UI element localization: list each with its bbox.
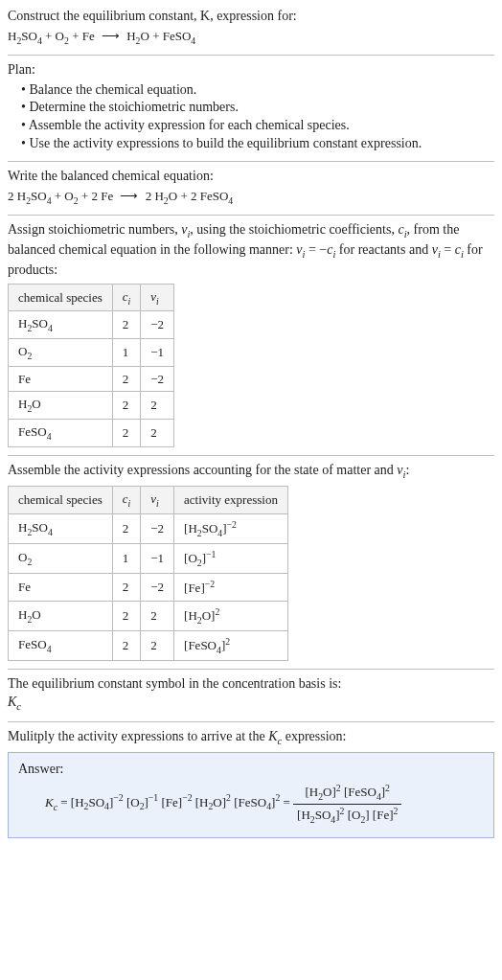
result-numerator: [H2O]2 [FeSO4]2	[293, 782, 401, 804]
balanced-heading: Write the balanced chemical equation:	[8, 168, 494, 186]
cell-v: −2	[141, 513, 174, 543]
cell-v: −2	[141, 311, 174, 339]
col-species: chemical species	[9, 486, 113, 513]
cell-v: −2	[141, 366, 174, 392]
cell-species: FeSO4	[9, 630, 113, 660]
cell-species: O2	[9, 543, 113, 573]
cell-species: H2O	[9, 392, 113, 420]
cell-v: 2	[141, 392, 174, 420]
cell-expr: [Fe]−2	[174, 573, 288, 601]
cell-c: 2	[112, 630, 141, 660]
divider	[8, 161, 494, 162]
plan-list: Balance the chemical equation. Determine…	[8, 81, 494, 154]
plan-item: Balance the chemical equation.	[21, 81, 494, 100]
result-fraction: [H2O]2 [FeSO4]2 [H2SO4]2 [O2] [Fe]2	[293, 782, 401, 825]
result-line: Mulitply the activity expressions to arr…	[8, 728, 494, 748]
prompt-text: Construct the equilibrium constant, K, e…	[8, 9, 297, 23]
cell-c: 2	[112, 601, 141, 630]
cell-v: 2	[141, 601, 174, 630]
cell-v: −2	[141, 573, 174, 601]
cell-c: 1	[112, 339, 141, 367]
divider	[8, 55, 494, 56]
col-c: ci	[112, 486, 141, 513]
cell-species: H2SO4	[9, 513, 113, 543]
col-v: νi	[141, 486, 174, 513]
cell-v: 2	[141, 630, 174, 660]
cell-expr: [H2O]2	[174, 601, 288, 630]
table-row: FeSO4 2 2 [FeSO4]2	[9, 630, 288, 660]
prompt-line: Construct the equilibrium constant, K, e…	[8, 8, 494, 26]
table-row: H2O 2 2	[9, 392, 174, 420]
col-species: chemical species	[9, 284, 113, 311]
cell-c: 2	[112, 573, 141, 601]
page: Construct the equilibrium constant, K, e…	[0, 0, 502, 852]
divider	[8, 455, 494, 456]
table-row: O2 1 −1	[9, 339, 174, 367]
cell-species: O2	[9, 339, 113, 367]
table-row: H2SO4 2 −2	[9, 311, 174, 339]
cell-c: 2	[112, 366, 141, 392]
cell-v: −1	[141, 543, 174, 573]
cell-species: Fe	[9, 366, 113, 392]
table-header-row: chemical species ci νi	[9, 284, 174, 311]
plan-item: Use the activity expressions to build th…	[21, 135, 494, 153]
table-row: H2SO4 2 −2 [H2SO4]−2	[9, 513, 288, 543]
cell-c: 2	[112, 420, 141, 447]
cell-species: Fe	[9, 573, 113, 601]
prompt-equation: H2SO4 + O2 + Fe ⟶ H2O + FeSO4	[8, 28, 494, 47]
plan-item: Determine the stoichiometric numbers.	[21, 99, 494, 117]
cell-expr: [H2SO4]−2	[174, 513, 288, 543]
col-v: νi	[141, 284, 174, 311]
balanced-equation: 2 H2SO4 + O2 + 2 Fe ⟶ 2 H2O + 2 FeSO4	[8, 188, 494, 207]
plan-heading: Plan:	[8, 61, 494, 80]
table-row: Fe 2 −2 [Fe]−2	[9, 573, 288, 601]
activity-table: chemical species ci νi activity expressi…	[8, 486, 288, 661]
cell-species: H2SO4	[9, 311, 113, 339]
table-row: H2O 2 2 [H2O]2	[9, 601, 288, 630]
symbol-value: Kc	[8, 694, 494, 714]
cell-v: 2	[141, 420, 174, 447]
table-row: O2 1 −1 [O2]−1	[9, 543, 288, 573]
cell-species: FeSO4	[9, 420, 113, 447]
answer-box: Answer: Kc = [H2SO4]−2 [O2]−1 [Fe]−2 [H2…	[8, 752, 494, 838]
answer-label: Answer:	[18, 761, 484, 779]
divider	[8, 721, 494, 722]
cell-v: −1	[141, 339, 174, 367]
col-expr: activity expression	[174, 486, 288, 513]
cell-c: 2	[112, 392, 141, 420]
cell-c: 2	[112, 513, 141, 543]
result-denominator: [H2SO4]2 [O2] [Fe]2	[293, 805, 401, 826]
activity-intro: Assemble the activity expressions accoun…	[8, 462, 494, 482]
divider	[8, 215, 494, 216]
table-row: FeSO4 2 2	[9, 420, 174, 447]
col-c: ci	[112, 284, 141, 311]
cell-expr: [O2]−1	[174, 543, 288, 573]
cell-expr: [FeSO4]2	[174, 630, 288, 660]
symbol-line: The equilibrium constant symbol in the c…	[8, 675, 494, 694]
cell-c: 2	[112, 311, 141, 339]
stoich-intro: Assign stoichiometric numbers, νi, using…	[8, 221, 494, 280]
table-row: Fe 2 −2	[9, 366, 174, 392]
answer-expression: Kc = [H2SO4]−2 [O2]−1 [Fe]−2 [H2O]2 [FeS…	[18, 782, 484, 825]
plan-item: Assemble the activity expression for eac…	[21, 117, 494, 135]
cell-c: 1	[112, 543, 141, 573]
stoich-table: chemical species ci νi H2SO4 2 −2 O2 1 −…	[8, 284, 174, 447]
table-header-row: chemical species ci νi activity expressi…	[9, 486, 288, 513]
cell-species: H2O	[9, 601, 113, 630]
divider	[8, 669, 494, 670]
